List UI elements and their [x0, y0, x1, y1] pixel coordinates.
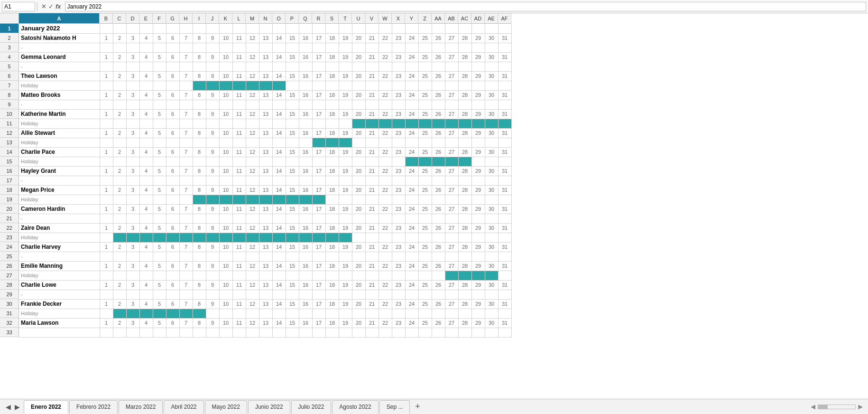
cell-day-4-row-19[interactable]	[139, 195, 153, 204]
cell-day-3-row-31[interactable]	[126, 309, 139, 318]
cell-day-23-row-12[interactable]: 23	[392, 128, 405, 138]
cell-day-8-row-30[interactable]: 8	[193, 299, 206, 309]
row-num-32[interactable]: 32	[0, 318, 19, 328]
cell-day-21-row-15[interactable]	[365, 157, 379, 166]
cell-day-28-row-24[interactable]: 28	[458, 242, 471, 252]
cell-day-21-row-21[interactable]	[365, 214, 379, 223]
cell-day-23-row-14[interactable]: 23	[392, 147, 405, 157]
cell-day-1-row-19[interactable]	[100, 195, 113, 204]
cell-day-19-row-26[interactable]: 19	[339, 261, 352, 271]
cell-day-25-row-13[interactable]	[418, 138, 432, 147]
cell-day-15-row-19[interactable]	[286, 195, 299, 204]
cell-day-13-row-7[interactable]	[259, 81, 272, 90]
cell-day-8-row-22[interactable]: 8	[193, 223, 206, 233]
cell-day-11-row-6[interactable]: 11	[232, 71, 246, 81]
cell-day-24-row-13[interactable]	[405, 138, 418, 147]
cell-day-1-row-16[interactable]: 1	[100, 166, 113, 176]
cell-day-31-row-2[interactable]: 31	[498, 33, 511, 43]
cell-day-26-row-20[interactable]: 26	[432, 204, 445, 214]
cell-day-14-row-32[interactable]: 14	[272, 318, 286, 328]
cell-day-8-row-27[interactable]	[193, 271, 206, 280]
cell-day-14-row-10[interactable]: 14	[272, 109, 286, 119]
cell-day-11-row-2[interactable]: 11	[232, 33, 246, 43]
cell-day-30-row-28[interactable]: 30	[485, 280, 498, 290]
cell-a-23[interactable]: Holiday	[19, 233, 100, 242]
cell-day-9-row-29[interactable]	[206, 290, 219, 299]
cell-day-21-row-31[interactable]	[365, 309, 379, 318]
cell-day-8-row-10[interactable]: 8	[193, 109, 206, 119]
cell-a-27[interactable]: Holiday	[19, 271, 100, 280]
cell-day-29-row-27[interactable]	[471, 271, 485, 280]
cell-day-18-row-29[interactable]	[325, 290, 339, 299]
cell-day-28-row-21[interactable]	[458, 214, 471, 223]
cell-day-3-row-13[interactable]	[126, 138, 139, 147]
cell-day-20-row-29[interactable]	[352, 290, 365, 299]
cell-day-31-row-24[interactable]: 31	[498, 242, 511, 252]
cell-a-18[interactable]: Megan Price	[19, 185, 100, 195]
cell-a-33[interactable]	[19, 328, 100, 337]
col-header-ae[interactable]: AE	[485, 13, 498, 24]
cell-day-13-row-30[interactable]: 13	[259, 299, 272, 309]
col-header-ab[interactable]: AB	[445, 13, 458, 24]
cell-day-12-row-31[interactable]	[246, 309, 259, 318]
cell-day-7-row-23[interactable]	[179, 233, 193, 242]
cell-day-4-row-9[interactable]	[139, 100, 153, 109]
cell-day-26-row-7[interactable]	[432, 81, 445, 90]
cell-day-19-row-20[interactable]: 19	[339, 204, 352, 214]
cell-day-29-row-5[interactable]	[471, 62, 485, 71]
cell-day-4-row-28[interactable]: 4	[139, 280, 153, 290]
cell-day-10-row-23[interactable]	[219, 233, 232, 242]
cell-day-4-row-2[interactable]: 4	[139, 33, 153, 43]
cell-day-22-row-1[interactable]	[379, 24, 392, 33]
cell-day-6-row-29[interactable]	[166, 290, 179, 299]
cell-day-15-row-17[interactable]	[286, 176, 299, 185]
cell-day-5-row-11[interactable]	[153, 119, 166, 128]
cell-day-14-row-7[interactable]	[272, 81, 286, 90]
cell-day-29-row-19[interactable]	[471, 195, 485, 204]
cell-day-25-row-3[interactable]	[418, 43, 432, 52]
cell-day-22-row-11[interactable]	[379, 119, 392, 128]
cell-day-17-row-29[interactable]	[312, 290, 325, 299]
cell-day-15-row-7[interactable]	[286, 81, 299, 90]
cell-day-31-row-6[interactable]: 31	[498, 71, 511, 81]
cell-day-23-row-7[interactable]	[392, 81, 405, 90]
cell-day-8-row-14[interactable]: 8	[193, 147, 206, 157]
cell-day-16-row-11[interactable]	[299, 119, 312, 128]
cell-day-11-row-18[interactable]: 11	[232, 185, 246, 195]
cell-day-28-row-19[interactable]	[458, 195, 471, 204]
cell-day-18-row-27[interactable]	[325, 271, 339, 280]
cell-day-17-row-22[interactable]: 17	[312, 223, 325, 233]
cell-day-8-row-13[interactable]	[193, 138, 206, 147]
cell-day-29-row-2[interactable]: 29	[471, 33, 485, 43]
col-header-p[interactable]: P	[286, 13, 299, 24]
cell-day-26-row-3[interactable]	[432, 43, 445, 52]
cell-day-23-row-26[interactable]: 23	[392, 261, 405, 271]
cell-a-19[interactable]: Holiday	[19, 195, 100, 204]
cell-day-18-row-23[interactable]	[325, 233, 339, 242]
cell-day-6-row-22[interactable]: 6	[166, 223, 179, 233]
cell-day-12-row-25[interactable]	[246, 252, 259, 261]
cell-day-12-row-3[interactable]	[246, 43, 259, 52]
cell-day-30-row-26[interactable]: 30	[485, 261, 498, 271]
cell-day-3-row-24[interactable]: 3	[126, 242, 139, 252]
cell-a-6[interactable]: Theo Lawson	[19, 71, 100, 81]
cell-day-19-row-6[interactable]: 19	[339, 71, 352, 81]
cell-day-23-row-28[interactable]: 23	[392, 280, 405, 290]
cell-day-12-row-24[interactable]: 12	[246, 242, 259, 252]
cell-day-1-row-3[interactable]	[100, 43, 113, 52]
cell-day-7-row-18[interactable]: 7	[179, 185, 193, 195]
cell-day-21-row-3[interactable]	[365, 43, 379, 52]
cell-day-7-row-25[interactable]	[179, 252, 193, 261]
cell-day-4-row-29[interactable]	[139, 290, 153, 299]
cell-day-10-row-9[interactable]	[219, 100, 232, 109]
cell-day-9-row-28[interactable]: 9	[206, 280, 219, 290]
cell-day-18-row-25[interactable]	[325, 252, 339, 261]
cell-day-7-row-30[interactable]: 7	[179, 299, 193, 309]
cell-day-17-row-19[interactable]	[312, 195, 325, 204]
cell-day-5-row-31[interactable]	[153, 309, 166, 318]
cell-day-12-row-26[interactable]: 12	[246, 261, 259, 271]
cell-day-22-row-19[interactable]	[379, 195, 392, 204]
cell-day-15-row-6[interactable]: 15	[286, 71, 299, 81]
row-num-21[interactable]: 21	[0, 214, 19, 223]
cell-day-3-row-4[interactable]: 3	[126, 52, 139, 62]
